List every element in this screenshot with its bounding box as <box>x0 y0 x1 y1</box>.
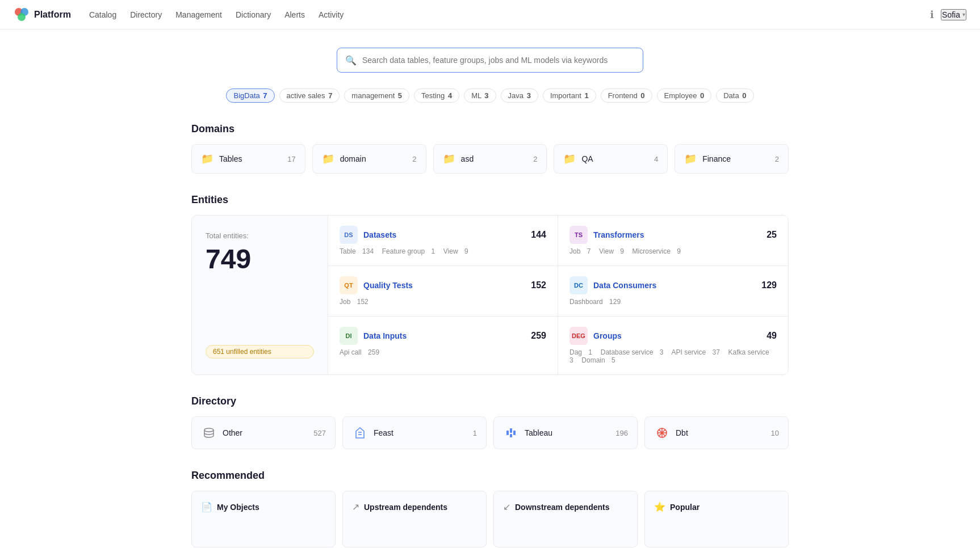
svg-rect-9 <box>513 431 516 435</box>
tag-employee[interactable]: Employee 0 <box>657 88 712 103</box>
search-icon: 🔍 <box>345 55 357 66</box>
entity-name[interactable]: Datasets <box>363 230 396 239</box>
total-entities-number: 749 <box>206 243 314 275</box>
domain-name: Finance <box>702 154 731 163</box>
domain-card-domain[interactable]: 📁 domain 2 <box>312 144 426 174</box>
entity-name[interactable]: Data Consumers <box>593 281 656 290</box>
domain-card-qa[interactable]: 📁 QA 4 <box>554 144 668 174</box>
entity-name[interactable]: Groups <box>593 331 622 340</box>
user-menu[interactable]: Sofia ▾ <box>941 9 966 20</box>
header-left: Platform Catalog Directory Management Di… <box>14 7 344 23</box>
rec-title: Downstream dependents <box>515 503 609 512</box>
dir-count: 196 <box>615 429 628 437</box>
tag-important[interactable]: Important 1 <box>543 88 596 103</box>
chevron-down-icon: ▾ <box>962 11 965 18</box>
folder-icon: 📁 <box>563 153 576 165</box>
nav-activity[interactable]: Activity <box>319 10 344 19</box>
user-name: Sofia <box>942 10 960 19</box>
dir-name: Other <box>223 428 242 437</box>
recommended-section: Recommended 📄 My Objects ↗ Upstream depe… <box>191 470 789 547</box>
entity-count: 25 <box>767 230 777 240</box>
entity-badge: DI <box>340 327 358 345</box>
tag-frontend[interactable]: Frontend 0 <box>601 88 652 103</box>
total-entities-label: Total entities: <box>206 231 314 240</box>
entity-badge: DS <box>340 226 358 244</box>
entity-cell-groups: DEG Groups 49 Dag 1 Database service 3 A… <box>558 317 788 374</box>
tag-ml[interactable]: ML 3 <box>464 88 496 103</box>
entity-meta: Api call 259 <box>340 348 546 356</box>
domain-card-finance[interactable]: 📁 Finance 2 <box>675 144 789 174</box>
nav-catalog[interactable]: Catalog <box>89 10 116 19</box>
logo[interactable]: Platform <box>14 7 71 23</box>
tag-data[interactable]: Data 0 <box>716 88 753 103</box>
entity-count: 152 <box>531 280 546 290</box>
rec-card-upstream-dependents[interactable]: ↗ Upstream dependents <box>342 491 487 547</box>
dir-icon-tableau <box>503 425 519 441</box>
domain-card-tables[interactable]: 📁 Tables 17 <box>191 144 305 174</box>
entity-name[interactable]: Transformers <box>593 230 644 239</box>
entities-right: DS Datasets 144 Table 134 Feature group … <box>328 216 788 374</box>
logo-text: Platform <box>34 10 71 20</box>
svg-rect-7 <box>510 428 512 433</box>
domain-name: Tables <box>219 154 242 163</box>
entity-count: 144 <box>531 230 546 240</box>
entity-count: 129 <box>761 280 777 290</box>
entity-meta: Dashboard 129 <box>569 298 777 306</box>
header-right: ℹ Sofia ▾ <box>930 9 966 21</box>
rec-icon: 📄 <box>201 501 212 512</box>
dir-card-dbt[interactable]: Dbt 10 <box>644 416 789 449</box>
dir-name: Dbt <box>676 428 688 437</box>
svg-point-2 <box>18 13 26 21</box>
entity-cell-data-consumers: DC Data Consumers 129 Dashboard 129 <box>558 266 788 317</box>
entity-meta: Job 7 View 9 Microservice 9 <box>569 247 777 255</box>
search-input[interactable] <box>362 56 635 65</box>
tag-testing[interactable]: Testing 4 <box>414 88 459 103</box>
entity-badge: QT <box>340 276 358 294</box>
dir-name: Feast <box>374 428 393 437</box>
dir-count: 1 <box>473 429 477 437</box>
entity-name[interactable]: Data Inputs <box>363 331 407 340</box>
rec-card-downstream-dependents[interactable]: ↙ Downstream dependents <box>493 491 638 547</box>
dir-card-feast[interactable]: Feast 1 <box>342 416 487 449</box>
entity-badge: DEG <box>569 327 588 345</box>
nav-directory[interactable]: Directory <box>130 10 162 19</box>
entity-cell-datasets: DS Datasets 144 Table 134 Feature group … <box>328 216 558 266</box>
entity-cell-data-inputs: DI Data Inputs 259 Api call 259 <box>328 317 558 374</box>
domain-name: asd <box>461 154 474 163</box>
dir-name: Tableau <box>525 428 552 437</box>
main-nav: Catalog Directory Management Dictionary … <box>89 10 344 19</box>
nav-dictionary[interactable]: Dictionary <box>236 10 271 19</box>
info-icon[interactable]: ℹ <box>930 9 934 21</box>
domain-count: 4 <box>654 155 658 163</box>
tag-java[interactable]: Java 3 <box>501 88 538 103</box>
entities-left: Total entities: 749 651 unfilled entitie… <box>192 216 328 374</box>
domains-grid: 📁 Tables 17 📁 domain 2 📁 asd 2 📁 QA 4 📁 … <box>191 144 789 174</box>
dir-icon-dbt <box>654 425 670 441</box>
rec-card-my-objects[interactable]: 📄 My Objects <box>191 491 336 547</box>
nav-management[interactable]: Management <box>175 10 222 19</box>
domains-section: Domains 📁 Tables 17 📁 domain 2 📁 asd 2 📁… <box>191 123 789 174</box>
dir-icon-feast <box>352 425 368 441</box>
nav-alerts[interactable]: Alerts <box>284 10 305 19</box>
tag-management[interactable]: management 5 <box>344 88 409 103</box>
rec-title: Popular <box>670 503 700 512</box>
tag-bigdata[interactable]: BigData 7 <box>226 88 274 103</box>
domains-title: Domains <box>191 123 789 135</box>
entity-name[interactable]: Quality Tests <box>363 281 413 290</box>
rec-icon: ↗ <box>352 501 359 512</box>
entity-meta: Job 152 <box>340 298 546 306</box>
tag-active-sales[interactable]: active sales 7 <box>279 88 340 103</box>
search-box: 🔍 <box>337 48 643 73</box>
dir-card-other[interactable]: Other 527 <box>191 416 336 449</box>
main-content: 🔍 BigData 7active sales 7management 5Tes… <box>178 29 802 548</box>
svg-rect-8 <box>506 431 509 435</box>
rec-icon: ⭐ <box>654 501 665 512</box>
recommended-grid: 📄 My Objects ↗ Upstream dependents ↙ Dow… <box>191 491 789 547</box>
rec-card-popular[interactable]: ⭐ Popular <box>644 491 789 547</box>
entity-meta: Table 134 Feature group 1 View 9 <box>340 247 546 255</box>
domain-card-asd[interactable]: 📁 asd 2 <box>433 144 547 174</box>
entities-section: Entities Total entities: 749 651 unfille… <box>191 194 789 375</box>
dir-card-tableau[interactable]: Tableau 196 <box>493 416 638 449</box>
header: Platform Catalog Directory Management Di… <box>0 0 980 29</box>
svg-marker-4 <box>356 428 364 438</box>
